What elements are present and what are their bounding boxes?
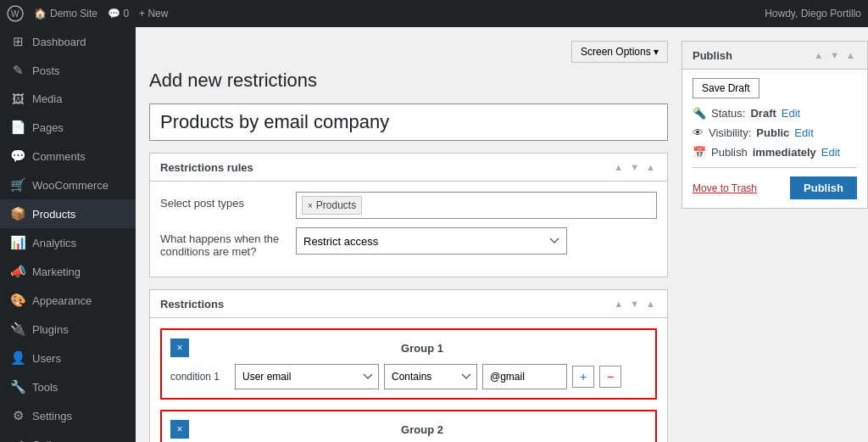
sidebar-label-appearance: Appearance [32, 294, 92, 307]
post-type-tag-input[interactable]: × Products [296, 192, 657, 219]
page-title: Add new restrictions [149, 70, 668, 92]
tag-remove-icon[interactable]: × [308, 201, 313, 210]
media-icon: 🖼 [10, 92, 25, 106]
visibility-edit-link[interactable]: Edit [794, 126, 813, 139]
sidebar-item-analytics[interactable]: 📊 Analytics [0, 228, 136, 257]
sidebar-label-marketing: Marketing [32, 266, 81, 278]
condition-select[interactable]: Restrict access Allow access Redirect [296, 227, 567, 255]
metabox-down-button[interactable]: ▼ [628, 160, 641, 174]
move-to-trash-link[interactable]: Move to Trash [693, 182, 757, 194]
visibility-row: 👁 Visibility: Public Edit [693, 126, 857, 139]
comments-icon[interactable]: 💬 0 [108, 8, 129, 20]
sidebar-item-marketing[interactable]: 📣 Marketing [0, 257, 136, 286]
restrictions-rules-body: Select post types × Products What happen… [150, 182, 667, 277]
group-1-operator-select[interactable]: Contains Does not contain Equals [384, 364, 477, 389]
post-type-row: Select post types × Products [160, 192, 657, 219]
group-2-title: Group 2 [198, 423, 647, 436]
restrictions-rules-metabox: Restrictions rules ▲ ▼ ▲ Select post typ… [149, 153, 668, 277]
publish-time-edit-link[interactable]: Edit [821, 146, 840, 159]
group-1-title: Group 1 [198, 342, 647, 355]
restriction-name-input[interactable] [149, 104, 668, 141]
publish-controls: ▲ ▼ ▲ [812, 48, 857, 62]
collapse-icon: ◀ [10, 437, 25, 442]
pages-icon: 📄 [10, 120, 25, 135]
analytics-icon: 📊 [10, 235, 25, 250]
screen-options-button[interactable]: Screen Options ▾ [571, 41, 668, 63]
posts-icon: ✎ [10, 63, 25, 78]
top-bar: W 🏠 Demo Site 💬 0 + New Howdy, Diego Por… [0, 0, 868, 27]
publish-metabox: Publish ▲ ▼ ▲ Save Draft 🔦 Status: Draft… [682, 41, 868, 209]
group-1-header: × Group 1 [170, 338, 647, 357]
new-button[interactable]: + New [139, 8, 168, 20]
post-type-label: Select post types [160, 192, 296, 210]
restrictions-body: × Group 1 condition 1 User email User ro… [150, 318, 667, 442]
condition-row: What happens when the conditions are met… [160, 227, 657, 258]
publish-button[interactable]: Publish [790, 176, 857, 199]
sidebar-item-collapse[interactable]: ◀ Collapse menu [0, 430, 136, 442]
metabox-toggle-button[interactable]: ▲ [644, 160, 657, 174]
publish-label: Publish [711, 146, 748, 159]
sidebar-label-settings: Settings [32, 410, 72, 422]
sidebar-item-posts[interactable]: ✎ Posts [0, 56, 136, 85]
restrictions-header: Restrictions ▲ ▼ ▲ [150, 290, 667, 318]
appearance-icon: 🎨 [10, 293, 25, 308]
sidebar-item-tools[interactable]: 🔧 Tools [0, 372, 136, 401]
restrictions-toggle-button[interactable]: ▲ [644, 297, 657, 311]
sidebar-item-woocommerce[interactable]: 🛒 WooCommerce [0, 171, 136, 199]
metabox-controls: ▲ ▼ ▲ [612, 160, 657, 174]
sidebar: ⊞ Dashboard ✎ Posts 🖼 Media 📄 Pages 💬 Co… [0, 27, 136, 442]
sidebar-item-dashboard[interactable]: ⊞ Dashboard [0, 27, 136, 56]
restrictions-up-button[interactable]: ▲ [612, 297, 625, 311]
sidebar-label-users: Users [32, 352, 61, 365]
group-2-remove-button[interactable]: × [170, 420, 189, 439]
sidebar-item-appearance[interactable]: 🎨 Appearance [0, 286, 136, 315]
publish-time: immediately [753, 146, 816, 159]
products-icon: 📦 [10, 206, 25, 221]
publish-toggle-button[interactable]: ▲ [844, 48, 857, 62]
sidebar-item-pages[interactable]: 📄 Pages [0, 113, 136, 142]
plugins-icon: 🔌 [10, 322, 25, 337]
sidebar-item-products[interactable]: 📦 Products [0, 199, 136, 228]
sidebar-item-plugins[interactable]: 🔌 Plugins [0, 315, 136, 344]
restrictions-title: Restrictions [160, 298, 224, 311]
publish-body: Save Draft 🔦 Status: Draft Edit 👁 Visibi… [682, 70, 867, 208]
publish-actions: Move to Trash Publish [693, 167, 857, 199]
site-name[interactable]: 🏠 Demo Site [34, 8, 97, 20]
tag-label: Products [316, 199, 356, 211]
publish-time-row: 📅 Publish immediately Edit [693, 146, 857, 159]
sidebar-label-dashboard: Dashboard [32, 36, 86, 48]
settings-icon: ⚙ [10, 408, 25, 423]
product-tag: × Products [302, 196, 362, 215]
condition-label: What happens when the conditions are met… [160, 227, 296, 258]
group-1-field-select[interactable]: User email User role User ID [235, 364, 379, 389]
restrictions-down-button[interactable]: ▼ [628, 297, 641, 311]
metabox-up-button[interactable]: ▲ [612, 160, 625, 174]
sidebar-item-media[interactable]: 🖼 Media [0, 85, 136, 113]
sidebar-item-settings[interactable]: ⚙ Settings [0, 401, 136, 430]
condition-field: Restrict access Allow access Redirect [296, 227, 657, 255]
group-2-header: × Group 2 [170, 420, 647, 439]
save-draft-button[interactable]: Save Draft [693, 78, 760, 98]
sidebar-item-comments[interactable]: 💬 Comments [0, 142, 136, 171]
calendar-icon: 📅 [693, 146, 706, 159]
publish-up-button[interactable]: ▲ [812, 48, 825, 62]
publish-title: Publish [693, 49, 732, 62]
publish-header: Publish ▲ ▼ ▲ [682, 42, 867, 70]
sidebar-label-tools: Tools [32, 381, 58, 394]
status-edit-link[interactable]: Edit [782, 107, 800, 120]
group-1: × Group 1 condition 1 User email User ro… [160, 328, 657, 400]
sidebar-item-users[interactable]: 👤 Users [0, 344, 136, 372]
users-icon: 👤 [10, 350, 25, 366]
sidebar-label-woocommerce: WooCommerce [32, 179, 108, 192]
group-1-remove-condition-button[interactable]: − [599, 366, 621, 388]
restrictions-rules-header: Restrictions rules ▲ ▼ ▲ [150, 154, 667, 182]
dashboard-icon: ⊞ [10, 34, 25, 49]
status-row: 🔦 Status: Draft Edit [693, 107, 857, 120]
sidebar-label-posts: Posts [32, 64, 60, 77]
group-1-remove-button[interactable]: × [170, 338, 189, 357]
publish-down-button[interactable]: ▼ [828, 48, 841, 62]
group-1-add-condition-button[interactable]: + [572, 366, 594, 388]
group-1-value-input[interactable] [482, 364, 567, 389]
sidebar-label-media: Media [32, 92, 62, 105]
visibility-icon: 👁 [693, 126, 704, 139]
